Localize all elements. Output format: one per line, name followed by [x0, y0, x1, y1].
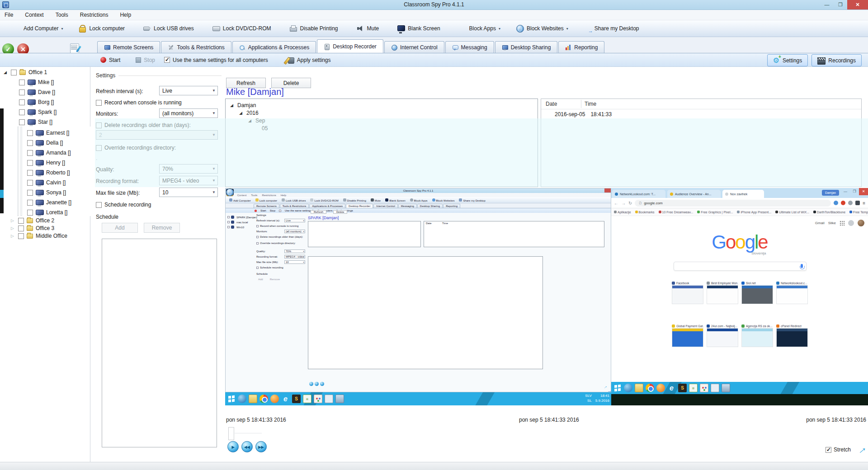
checkbox-icon[interactable] — [19, 89, 25, 95]
tree-computer-item[interactable]: Star [] — [19, 118, 52, 127]
play-button[interactable]: ▶ — [227, 441, 239, 452]
toolbar-button[interactable]: Disable Printing — [289, 25, 340, 32]
toolbar-button[interactable]: Share my Desktop — [584, 25, 642, 32]
close-button[interactable]: ✕ — [847, 0, 868, 9]
max-size-select[interactable]: 10▼ — [159, 188, 218, 197]
delete-older-checkbox[interactable]: Delete recordings older than (days): — [96, 121, 191, 130]
checkbox-icon[interactable] — [11, 70, 17, 75]
expanded-arrow-icon[interactable]: ◢ — [4, 70, 8, 75]
start-button[interactable]: Start — [100, 57, 120, 63]
tab[interactable]: Internet Control — [384, 41, 444, 53]
tab[interactable]: Applications & Processes — [232, 41, 316, 53]
tree-computer-item[interactable]: Dave [] — [19, 88, 55, 97]
tree-computer-item[interactable]: Spark [] — [19, 108, 57, 117]
checkbox-icon[interactable] — [27, 160, 33, 166]
time-column-header[interactable]: Time — [585, 99, 596, 109]
format-select[interactable]: MPEG4 - video▼ — [159, 176, 218, 185]
checkbox-icon[interactable] — [18, 218, 24, 224]
toolbar-button[interactable]: Block Websites ▾ — [516, 25, 568, 32]
toolbar-button[interactable]: Block Apps ▾ — [458, 25, 500, 32]
collapsed-arrow-icon[interactable]: ▷ — [11, 234, 15, 238]
checkbox-icon[interactable] — [27, 190, 33, 196]
tab[interactable]: Reporting — [558, 41, 604, 53]
date-column-header[interactable]: Date — [546, 99, 557, 109]
checkbox-icon[interactable] — [27, 210, 33, 216]
tab[interactable]: Tools & Restrictions — [161, 41, 231, 53]
refresh-interval-select[interactable]: Live▼ — [159, 86, 218, 95]
tree-computer-item[interactable]: Della [] — [27, 138, 63, 147]
tree-computer-item[interactable]: Jeanette [] — [27, 198, 71, 207]
rewind-button[interactable]: ◀◀ — [241, 441, 253, 452]
recording-row[interactable]: 2016-sep-05 18:41:33 — [555, 110, 612, 119]
checkbox-icon[interactable] — [19, 119, 25, 125]
schedule-add-button[interactable]: Add — [102, 223, 138, 233]
chrome-menu-icon: ≡ — [863, 201, 865, 206]
tree-computer-item[interactable]: Calvin [] — [27, 178, 66, 187]
tab[interactable]: Desktop Sharing — [495, 41, 558, 53]
schedule-recording-checkbox[interactable]: Schedule recording — [96, 200, 151, 209]
recordings-view-button[interactable]: Recordings — [811, 54, 862, 66]
checkbox-icon[interactable] — [27, 200, 33, 206]
schedule-remove-button[interactable]: Remove — [144, 223, 180, 233]
apply-settings-button[interactable]: Apply settings — [286, 56, 331, 64]
tree-computer-item[interactable]: Roberto [] — [27, 168, 70, 177]
tree-computer-item[interactable]: Mike [] — [19, 78, 54, 87]
settings-view-button[interactable]: ⚙ Settings — [767, 54, 808, 66]
tree-group-office1[interactable]: ◢ Office 1 — [4, 68, 47, 77]
toolbar-button[interactable]: Blank Screen — [397, 25, 443, 32]
checkbox-icon[interactable] — [19, 99, 25, 105]
toolbar-button[interactable]: Add Computer ▾ — [13, 25, 63, 32]
maximize-button[interactable]: ❐ — [834, 0, 847, 9]
checkbox-icon[interactable] — [27, 150, 33, 156]
tree-computer-item[interactable]: Earnest [] — [27, 128, 69, 137]
toolbar-button[interactable]: Lock DVD/CD-ROM — [212, 25, 274, 32]
scrollbar[interactable] — [17, 127, 19, 216]
menu-item[interactable]: Restrictions — [80, 12, 108, 18]
menu-item[interactable]: Context — [25, 12, 43, 18]
tab[interactable]: Messaging — [445, 41, 494, 53]
checkbox-icon[interactable] — [27, 130, 33, 136]
recordings-tree-leaf[interactable]: 05 — [262, 124, 268, 133]
menu-item[interactable]: Tools — [56, 12, 68, 18]
tab[interactable]: Remote Screens — [97, 41, 160, 53]
scrollbar[interactable] — [20, 127, 22, 216]
delete-older-days-select[interactable]: 2▼ — [96, 130, 218, 140]
checkbox-icon[interactable] — [27, 140, 33, 146]
checkbox-icon[interactable] — [27, 180, 33, 186]
schedule-list[interactable] — [102, 239, 217, 447]
tree-computer-item[interactable]: Borg [] — [19, 98, 54, 107]
tree-computer-item[interactable]: Amanda [] — [27, 148, 71, 157]
tab[interactable]: Desktop Recorder — [317, 39, 383, 53]
stop-button[interactable]: Stop — [136, 57, 155, 63]
collapsed-arrow-icon[interactable]: ▷ — [11, 226, 15, 230]
resize-arrow-icon[interactable]: → — [853, 441, 868, 458]
same-settings-checkbox[interactable]: Use the same settings for all computers — [164, 57, 268, 63]
forward-button[interactable]: ▶▶ — [255, 441, 267, 452]
toolbar-icon — [356, 25, 364, 32]
toolbar-button[interactable]: Lock computer — [78, 25, 127, 32]
record-console-checkbox[interactable]: Record when console is running — [96, 98, 182, 107]
toolbar-button[interactable]: Lock USB drives — [143, 25, 197, 32]
checkbox-icon[interactable] — [18, 233, 24, 239]
stretch-checkbox[interactable]: Stretch — [826, 446, 851, 453]
quality-select[interactable]: 70%▼ — [159, 164, 218, 174]
override-directory-checkbox[interactable]: Override recordings directory: — [96, 143, 176, 152]
checkbox-icon[interactable] — [19, 109, 25, 115]
checkbox-icon[interactable] — [19, 80, 25, 85]
minimize-button[interactable]: — — [820, 0, 834, 9]
checkbox-icon[interactable] — [27, 170, 33, 176]
toolbar-button[interactable]: Mute — [356, 25, 382, 32]
tree-computer-item[interactable]: Loretta [] — [27, 208, 67, 217]
menu-item[interactable]: File — [5, 12, 13, 18]
menu-item[interactable]: Help — [120, 12, 131, 18]
checkbox-icon[interactable] — [18, 226, 24, 231]
checkbox-icon — [826, 447, 831, 453]
tree-computer-item[interactable]: Henry [] — [27, 158, 65, 167]
recording-preview[interactable]: Classroom Spy Pro 4.1.1 FileContextTools… — [225, 188, 868, 405]
tree-group-item[interactable]: ▷ Middle Office — [11, 231, 67, 240]
timeline-slider[interactable] — [228, 427, 234, 440]
edit-settings-icon[interactable] — [70, 43, 79, 53]
tree-computer-item[interactable]: Sonya [] — [27, 188, 66, 197]
collapsed-arrow-icon[interactable]: ▷ — [11, 218, 15, 223]
monitors-select[interactable]: (all monitors)▼ — [159, 108, 218, 118]
